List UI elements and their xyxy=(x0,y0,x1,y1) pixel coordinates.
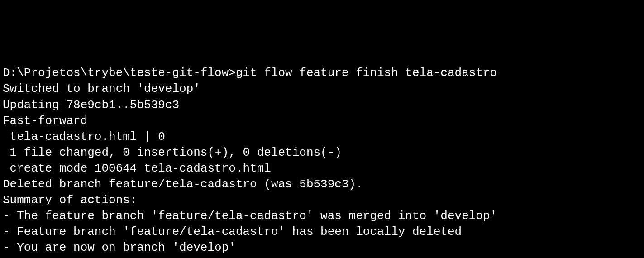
terminal-output-line: - Feature branch 'feature/tela-cadastro'… xyxy=(3,224,641,240)
terminal-command: git flow feature finish tela-cadastro xyxy=(236,66,497,80)
terminal-output-line: tela-cadastro.html | 0 xyxy=(3,129,641,145)
terminal-output-line: 1 file changed, 0 insertions(+), 0 delet… xyxy=(3,145,641,161)
terminal-output-line: Deleted branch feature/tela-cadastro (wa… xyxy=(3,177,641,192)
terminal-output-line: Summary of actions: xyxy=(3,192,641,208)
terminal-output-line: Switched to branch 'develop' xyxy=(3,81,641,97)
terminal-output-line: Fast-forward xyxy=(3,113,641,129)
terminal-prompt: D:\Projetos\trybe\teste-git-flow> xyxy=(3,66,236,80)
terminal-prompt-line[interactable]: D:\Projetos\trybe\teste-git-flow>git flo… xyxy=(3,65,641,81)
terminal-output-line: - The feature branch 'feature/tela-cadas… xyxy=(3,208,641,224)
terminal-output-line: create mode 100644 tela-cadastro.html xyxy=(3,161,641,177)
terminal-output-line: - You are now on branch 'develop' xyxy=(3,240,641,256)
terminal-output-line: Updating 78e9cb1..5b539c3 xyxy=(3,97,641,113)
